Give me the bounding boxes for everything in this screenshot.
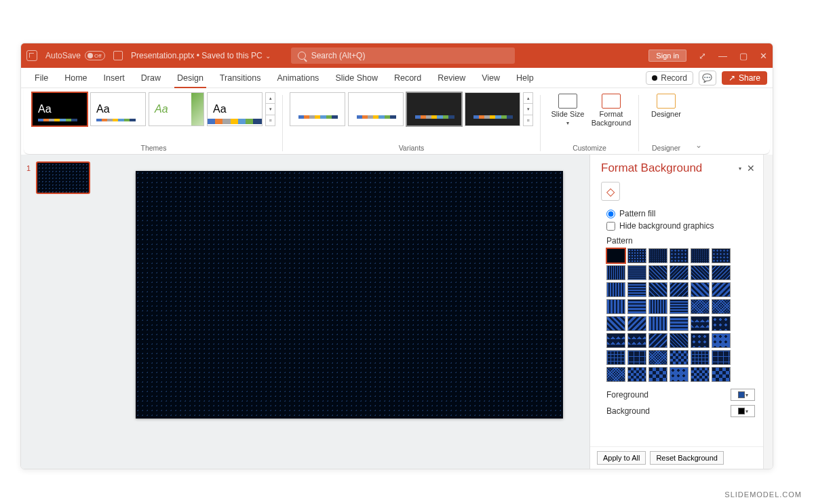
minimize-icon[interactable]: — [718, 51, 727, 61]
pattern-swatch[interactable] [606, 316, 625, 331]
pattern-swatch[interactable] [712, 316, 731, 331]
pattern-swatch[interactable] [691, 265, 710, 280]
pattern-swatch[interactable] [606, 350, 625, 365]
background-color-button[interactable]: ▾ [731, 405, 755, 417]
pattern-swatch[interactable] [670, 282, 689, 297]
variant-thumb-4[interactable] [465, 92, 520, 126]
pattern-swatch[interactable] [691, 248, 710, 263]
tab-help[interactable]: Help [508, 68, 542, 88]
ribbon-collapse-button[interactable]: ⌄ [691, 92, 707, 154]
slide-editor[interactable] [109, 155, 589, 469]
slide-size-button[interactable]: Slide Size▾ [547, 92, 588, 126]
pattern-swatch[interactable] [670, 248, 689, 263]
pattern-swatch[interactable] [627, 316, 646, 331]
pattern-swatch[interactable] [648, 248, 667, 263]
pattern-swatch[interactable] [606, 248, 625, 263]
autosave-toggle[interactable]: AutoSave Off [45, 51, 105, 60]
pattern-swatch[interactable] [712, 282, 731, 297]
pattern-swatch[interactable] [606, 333, 625, 348]
tab-slide-show[interactable]: Slide Show [327, 68, 386, 88]
pattern-swatch[interactable] [691, 316, 710, 331]
slide-canvas[interactable] [136, 171, 563, 419]
tab-review[interactable]: Review [429, 68, 473, 88]
theme-thumb-4[interactable]: Aa [207, 92, 263, 126]
tab-draw[interactable]: Draw [133, 68, 169, 88]
pattern-swatch[interactable] [691, 333, 710, 348]
panel-scrollbar[interactable] [763, 155, 773, 469]
pattern-swatch[interactable] [606, 282, 625, 297]
pattern-swatch[interactable] [606, 299, 625, 314]
panel-menu-caret-icon[interactable]: ▾ [739, 166, 741, 172]
pattern-swatch[interactable] [691, 367, 710, 382]
pattern-swatch[interactable] [670, 265, 689, 280]
pattern-swatch[interactable] [627, 248, 646, 263]
maximize-icon[interactable]: ▢ [739, 51, 748, 61]
pattern-swatch[interactable] [670, 367, 689, 382]
foreground-color-button[interactable]: ▾ [731, 389, 755, 401]
comments-button[interactable]: 💬 [699, 71, 716, 85]
tab-transitions[interactable]: Transitions [212, 68, 269, 88]
pattern-swatch[interactable] [712, 299, 731, 314]
pattern-swatch[interactable] [627, 282, 646, 297]
pattern-swatch[interactable] [648, 350, 667, 365]
pattern-swatch[interactable] [670, 350, 689, 365]
pattern-swatch[interactable] [627, 367, 646, 382]
pattern-swatch[interactable] [670, 299, 689, 314]
pattern-swatch[interactable] [648, 316, 667, 331]
pattern-fill-radio[interactable]: Pattern fill [606, 209, 755, 218]
record-button[interactable]: Record [646, 71, 693, 85]
pattern-swatch[interactable] [606, 265, 625, 280]
pattern-swatch[interactable] [691, 282, 710, 297]
pattern-swatch[interactable] [691, 299, 710, 314]
pattern-swatch[interactable] [648, 282, 667, 297]
pattern-swatch[interactable] [648, 265, 667, 280]
variant-thumb-2[interactable] [348, 92, 404, 126]
ribbon-display-icon[interactable]: ⤢ [699, 51, 706, 61]
toggle-switch[interactable]: Off [85, 51, 105, 60]
reset-background-button[interactable]: Reset Background [650, 451, 724, 465]
pattern-swatch[interactable] [712, 265, 731, 280]
search-input[interactable]: Search (Alt+Q) [291, 47, 515, 64]
theme-thumb-3[interactable]: Aa [149, 92, 204, 126]
variants-spinner[interactable]: ▴▾≡ [523, 92, 533, 126]
apply-all-button[interactable]: Apply to All [597, 451, 646, 465]
pattern-swatch[interactable] [648, 299, 667, 314]
tab-animations[interactable]: Animations [269, 68, 328, 88]
pattern-swatch[interactable] [670, 316, 689, 331]
variant-thumb-1[interactable] [290, 92, 345, 126]
panel-close-icon[interactable]: ✕ [747, 163, 755, 174]
theme-thumb-1[interactable]: Aa [32, 92, 88, 126]
share-button[interactable]: ↗Share [722, 71, 767, 85]
filename-label[interactable]: Presentation.pptx • Saved to this PC [131, 51, 263, 60]
pattern-swatch[interactable] [606, 367, 625, 382]
tab-record[interactable]: Record [386, 68, 429, 88]
tab-insert[interactable]: Insert [96, 68, 133, 88]
filename-caret-icon[interactable]: ⌄ [265, 52, 271, 60]
tab-view[interactable]: View [473, 68, 508, 88]
fill-tab-icon[interactable]: ◇ [601, 182, 620, 201]
save-icon[interactable] [113, 51, 123, 60]
pattern-swatch[interactable] [627, 299, 646, 314]
pattern-swatch[interactable] [627, 350, 646, 365]
pattern-swatch[interactable] [712, 350, 731, 365]
pattern-swatch[interactable] [712, 333, 731, 348]
pattern-swatch[interactable] [712, 248, 731, 263]
tab-home[interactable]: Home [56, 68, 95, 88]
themes-spinner[interactable]: ▴▾≡ [265, 92, 275, 126]
tab-file[interactable]: File [26, 68, 56, 88]
designer-button[interactable]: Designer [646, 92, 686, 119]
close-icon[interactable]: ✕ [760, 51, 767, 61]
pattern-swatch[interactable] [670, 333, 689, 348]
pattern-swatch[interactable] [627, 333, 646, 348]
pattern-swatch[interactable] [648, 333, 667, 348]
format-background-button[interactable]: Format Background [591, 92, 632, 127]
pattern-swatch[interactable] [627, 265, 646, 280]
tab-design[interactable]: Design [169, 68, 212, 88]
slide-thumbnail-1[interactable] [36, 161, 90, 194]
pattern-swatch[interactable] [648, 367, 667, 382]
pattern-swatch[interactable] [691, 350, 710, 365]
hide-bg-checkbox[interactable]: Hide background graphics [606, 221, 755, 231]
theme-thumb-2[interactable]: Aa [90, 92, 146, 126]
pattern-swatch[interactable] [712, 367, 731, 382]
signin-button[interactable]: Sign in [648, 50, 686, 62]
